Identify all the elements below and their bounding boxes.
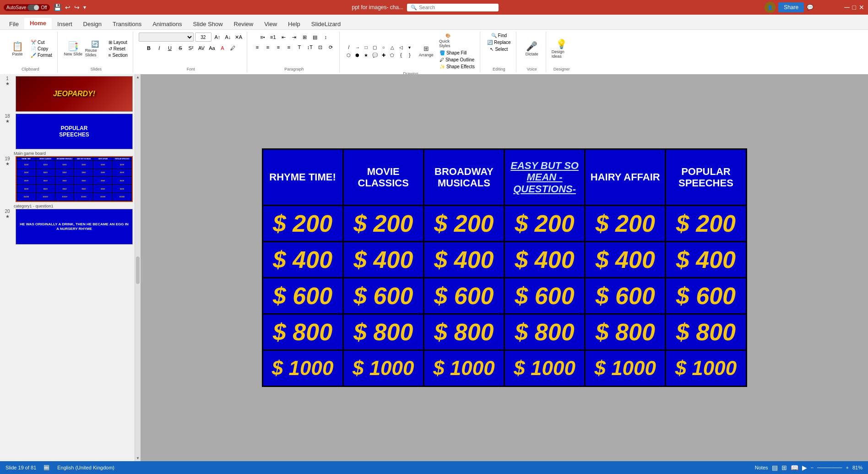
amount-400-1[interactable]: $ 400 — [263, 242, 342, 277]
decrease-indent-button[interactable]: ⇤ — [279, 33, 288, 42]
shape-arrow[interactable]: → — [354, 44, 361, 51]
share-button[interactable]: Share — [778, 2, 804, 12]
amount-1000-2[interactable]: $ 1000 — [344, 351, 423, 386]
comments-button[interactable]: 💬 Comments — [807, 4, 841, 11]
amount-800-6[interactable]: $ 800 — [666, 315, 745, 349]
amount-800-3[interactable]: $ 800 — [424, 315, 504, 349]
strikethrough-button[interactable]: S — [176, 44, 185, 53]
normal-view-icon[interactable]: ▤ — [772, 464, 778, 471]
font-shrink-button[interactable]: A↓ — [223, 33, 233, 42]
shape-effects-button[interactable]: ✨ Shape Effects — [438, 64, 476, 70]
close-button[interactable]: ✕ — [859, 4, 864, 11]
amount-600-6[interactable]: $ 600 — [666, 278, 745, 313]
zoom-slider[interactable]: ─────── — [817, 465, 842, 470]
amount-1000-6[interactable]: $ 1000 — [666, 351, 745, 386]
amount-600-2[interactable]: $ 600 — [344, 278, 423, 313]
amount-600-1[interactable]: $ 600 — [263, 278, 342, 313]
shape-hex[interactable]: ⬢ — [354, 51, 361, 59]
font-grow-button[interactable]: A↑ — [213, 33, 222, 42]
redo-icon[interactable]: ↪ — [74, 4, 80, 11]
text-direction-button[interactable]: ↕T — [305, 43, 315, 52]
shape-brace2[interactable]: } — [406, 51, 413, 59]
autosave-toggle[interactable] — [27, 5, 39, 11]
amount-600-5[interactable]: $ 600 — [586, 278, 665, 313]
align-text-button[interactable]: ⊡ — [316, 43, 325, 52]
tab-insert[interactable]: Insert — [52, 19, 78, 29]
category-4[interactable]: EASY BUT SO MEAN -QUESTIONS- — [505, 150, 584, 205]
design-ideas-button[interactable]: 💡 Design Ideas — [552, 35, 572, 63]
zoom-in-button[interactable]: + — [846, 465, 849, 470]
amount-200-6[interactable]: $ 200 — [666, 206, 745, 241]
shadow-button[interactable]: S² — [186, 44, 195, 53]
shape-line[interactable]: / — [345, 44, 353, 51]
jeopardy-board[interactable]: RHYME TIME! MOVIE CLASSICS BROADWAY MUSI… — [262, 148, 747, 387]
category-2[interactable]: MOVIE CLASSICS — [344, 150, 423, 205]
content-area[interactable]: RHYME TIME! MOVIE CLASSICS BROADWAY MUSI… — [141, 74, 868, 461]
zoom-out-button[interactable]: − — [811, 465, 814, 470]
align-center-button[interactable]: ≡ — [263, 43, 272, 52]
tab-view[interactable]: View — [259, 19, 282, 29]
minimize-button[interactable]: ─ — [844, 3, 849, 11]
amount-400-5[interactable]: $ 400 — [586, 242, 665, 277]
bold-button[interactable]: B — [144, 44, 153, 53]
category-1[interactable]: RHYME TIME! — [263, 150, 342, 205]
slideshow-icon[interactable]: ▶ — [802, 464, 807, 471]
reset-button[interactable]: ↺ Reset — [107, 46, 129, 52]
reading-view-icon[interactable]: 📖 — [791, 464, 798, 471]
shape-triangle[interactable]: △ — [389, 44, 396, 51]
shape-brace[interactable]: { — [397, 51, 405, 59]
amount-400-4[interactable]: $ 400 — [505, 242, 584, 277]
increase-indent-button[interactable]: ⇥ — [289, 33, 298, 42]
underline-button[interactable]: U — [165, 44, 174, 53]
font-color-button[interactable]: A — [218, 44, 227, 53]
amount-600-3[interactable]: $ 600 — [424, 278, 504, 313]
format-painter-button[interactable]: 🖌️ Format — [29, 52, 54, 58]
amount-800-2[interactable]: $ 800 — [344, 315, 423, 349]
amount-600-4[interactable]: $ 600 — [505, 278, 584, 313]
shape-round-rect[interactable]: ▢ — [371, 44, 379, 51]
zoom-level[interactable]: 81% — [852, 465, 863, 470]
smartart-button[interactable]: ⊞ — [300, 33, 309, 42]
change-case-button[interactable]: Aa — [207, 44, 217, 53]
convert-smartart-button[interactable]: ⟳ — [326, 43, 336, 52]
tab-home[interactable]: Home — [24, 18, 52, 29]
shape-rtriangle[interactable]: ◁ — [397, 44, 405, 51]
justify-button[interactable]: ≡ — [284, 43, 293, 52]
columns-button[interactable]: ▤ — [310, 33, 320, 42]
font-family-select[interactable] — [139, 33, 194, 42]
amount-400-2[interactable]: $ 400 — [344, 242, 423, 277]
italic-button[interactable]: I — [155, 44, 164, 53]
text-shadow-button[interactable]: T — [295, 43, 304, 52]
highlight-button[interactable]: 🖊 — [228, 44, 238, 53]
scroll-up-arrow[interactable]: ▲ — [136, 75, 140, 79]
notes-button[interactable]: Notes — [755, 465, 768, 470]
slide-panel-scrollbar[interactable]: ▲ ▼ — [135, 74, 141, 461]
slide-thumb-19[interactable]: 19 ★ RHYME TIME! MOVIE CLASSICS BROADWAY… — [2, 156, 133, 202]
char-spacing-button[interactable]: AV — [197, 44, 206, 53]
copy-button[interactable]: 📄 Copy — [29, 46, 54, 52]
amount-200-3[interactable]: $ 200 — [424, 206, 504, 241]
amount-400-6[interactable]: $ 400 — [666, 242, 745, 277]
arrange-button[interactable]: ⊞ Arrange — [416, 38, 436, 65]
save-icon[interactable]: 💾 — [54, 4, 61, 11]
slide-canvas-20[interactable]: HE WAS ORIGINALLY A DRINK, THEN HE BECAM… — [16, 209, 133, 245]
tab-animations[interactable]: Animations — [147, 19, 187, 29]
amount-1000-1[interactable]: $ 1000 — [263, 351, 342, 386]
amount-1000-5[interactable]: $ 1000 — [586, 351, 665, 386]
reuse-slides-button[interactable]: 🔄 Reuse Slides — [85, 35, 105, 63]
replace-button[interactable]: 🔄 Replace — [486, 39, 512, 45]
clear-format-button[interactable]: ✕A — [234, 33, 243, 42]
dictate-button[interactable]: 🎤 Dictate — [522, 35, 542, 63]
slide-panel[interactable]: 1 ★ JEOPARDY! 18 ★ POPULARSPEECHES Main — [0, 74, 135, 461]
category-3[interactable]: BROADWAY MUSICALS — [424, 150, 504, 205]
tab-help[interactable]: Help — [282, 19, 306, 29]
amount-200-1[interactable]: $ 200 — [263, 206, 342, 241]
new-slide-button[interactable]: 📑 New Slide — [63, 35, 83, 63]
align-right-button[interactable]: ≡ — [274, 43, 283, 52]
slide-thumb-18[interactable]: 18 ★ POPULARSPEECHES — [2, 114, 133, 149]
amount-200-2[interactable]: $ 200 — [344, 206, 423, 241]
slide-sorter-icon[interactable]: ⊞ — [781, 464, 787, 471]
undo-icon[interactable]: ↩ — [65, 4, 71, 11]
scroll-down-arrow[interactable]: ▼ — [136, 456, 140, 460]
line-spacing-button[interactable]: ↕ — [321, 33, 330, 42]
